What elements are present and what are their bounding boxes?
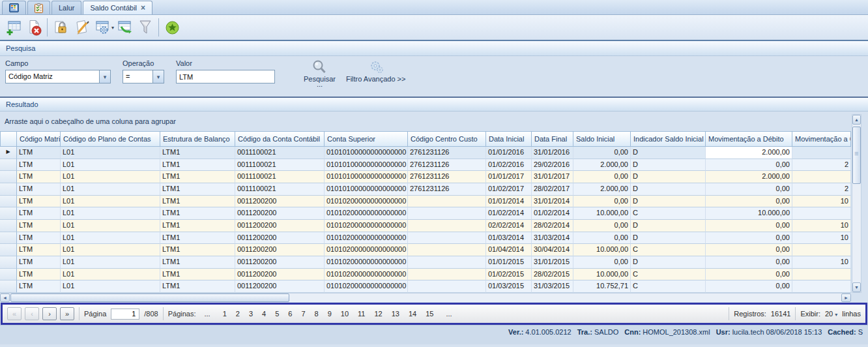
grid-cell[interactable]: 01/02/2015	[486, 269, 532, 281]
page-size-dropdown[interactable]: 20	[825, 310, 837, 318]
resultado-panel-header[interactable]: Resultado	[0, 97, 868, 112]
grid-cell[interactable]: 01010200000000000000	[325, 280, 408, 293]
grid-cell[interactable]: LTM	[17, 269, 61, 281]
grid-cell[interactable]: 31/03/2014	[532, 232, 573, 245]
table-row[interactable]: LTML01LTM1001120020001010200000000000000…	[0, 220, 851, 232]
page-link[interactable]: 15	[422, 310, 437, 318]
grid-cell[interactable]: 01/02/2017	[486, 183, 532, 196]
page-link[interactable]: 12	[370, 310, 386, 318]
grid-cell[interactable]: 28/02/2014	[532, 220, 573, 232]
table-row[interactable]: LTML01LTM1001120020001010200000000000000…	[0, 280, 851, 293]
page-link[interactable]: 2	[232, 310, 244, 318]
grid-cell[interactable]: 30/04/2014	[532, 244, 573, 256]
column-header[interactable]: Código Centro Custo	[408, 131, 486, 147]
filtro-avancado-button[interactable]: Filtro Avançado >>	[341, 58, 411, 97]
grid-cell[interactable]	[792, 171, 851, 183]
grid-cell[interactable]: 2761231126	[408, 183, 486, 196]
grid-cell[interactable]	[408, 220, 486, 232]
scroll-right-icon[interactable]: ►	[841, 294, 851, 302]
grid-cell[interactable]: LTM1	[160, 159, 235, 172]
table-row[interactable]: LTML01LTM1001120020001010200000000000000…	[0, 269, 851, 281]
column-header[interactable]: Indicador Saldo Inicial	[631, 131, 706, 147]
grid-cell[interactable]: L01	[61, 269, 160, 281]
grid-cell[interactable]: LTM1	[160, 256, 235, 269]
grid-cell[interactable]: 10.000,00	[573, 207, 631, 220]
grid-cell[interactable]: 0,00	[706, 256, 792, 269]
grid-cell[interactable]: 0011200200	[235, 220, 325, 232]
grid-cell[interactable]	[792, 269, 851, 281]
grid-cell[interactable]: L01	[61, 244, 160, 256]
grid-cell[interactable]: 0011200200	[235, 269, 325, 281]
grid-cell[interactable]: D	[631, 147, 706, 159]
tab-lalur[interactable]: Lalur	[51, 1, 81, 14]
grid-cell[interactable]: 01010200000000000000	[325, 244, 408, 256]
page-link[interactable]: 14	[405, 310, 420, 318]
grid-cell[interactable]: 0011100021	[235, 147, 325, 159]
grid-cell[interactable]: 0,00	[573, 196, 631, 208]
grid-cell[interactable]: LTM	[17, 171, 61, 183]
grid-cell[interactable]: 2	[792, 159, 851, 172]
grid-cell[interactable]: L01	[61, 220, 160, 232]
grid-cell[interactable]: 0,00	[706, 232, 792, 245]
grid-cell[interactable]: 01010200000000000000	[325, 256, 408, 269]
grid-cell[interactable]: LTM	[17, 147, 61, 159]
favorite-button[interactable]	[162, 17, 182, 38]
grid-cell[interactable]: 0011200200	[235, 207, 325, 220]
grid-cell[interactable]: 01/04/2014	[486, 244, 532, 256]
grid-cell[interactable]: 01010200000000000000	[325, 207, 408, 220]
grid-cell[interactable]: L01	[61, 256, 160, 269]
grid-cell[interactable]: LTM	[17, 207, 61, 220]
edit-button[interactable]	[71, 17, 92, 38]
grid-cell[interactable]: LTM	[17, 220, 61, 232]
grid-cell[interactable]: 2761231126	[408, 171, 486, 183]
page-link[interactable]: 3	[245, 310, 257, 318]
grid-cell[interactable]: D	[631, 196, 706, 208]
grid-cell[interactable]: D	[631, 220, 706, 232]
page-link[interactable]: 6	[284, 310, 296, 318]
grid-cell[interactable]: 01010100000000000000	[325, 147, 408, 159]
grid-cell[interactable]: 0011100021	[235, 171, 325, 183]
grid-cell[interactable]: 10	[792, 232, 851, 245]
grid-cell[interactable]: 01010200000000000000	[325, 232, 408, 245]
grid-cell[interactable]: LTM	[17, 244, 61, 256]
table-row[interactable]: LTML01LTM1001110002101010100000000000000…	[0, 183, 851, 196]
grid-cell[interactable]	[408, 196, 486, 208]
grid-cell[interactable]: LTM	[17, 196, 61, 208]
grid-cell[interactable]	[408, 269, 486, 281]
table-row[interactable]: LTML01LTM1001120020001010200000000000000…	[0, 232, 851, 245]
grid-cell[interactable]: 01/02/2014	[532, 207, 573, 220]
page-link[interactable]: 9	[324, 310, 336, 318]
grid-cell[interactable]: C	[631, 269, 706, 281]
tab-home[interactable]	[2, 1, 26, 14]
grid-cell[interactable]: 2	[792, 183, 851, 196]
pages-ellipsis-after[interactable]: ...	[442, 310, 456, 318]
grid-cell[interactable]	[792, 280, 851, 293]
grid-cell[interactable]: 0011200200	[235, 232, 325, 245]
column-header[interactable]: Código do Plano de Contas	[61, 131, 160, 147]
pages-ellipsis-before[interactable]: ...	[201, 310, 214, 318]
delete-record-button[interactable]	[23, 17, 44, 38]
next-page-button[interactable]: ›	[42, 307, 57, 320]
grid-cell[interactable]: 28/02/2017	[532, 183, 573, 196]
grid-cell[interactable]	[792, 207, 851, 220]
grid-cell[interactable]: 01010200000000000000	[325, 269, 408, 281]
grid-cell[interactable]: 2.000,00	[706, 171, 792, 183]
grid-cell[interactable]: 2.000,00	[573, 183, 631, 196]
grid-cell[interactable]: LTM	[17, 159, 61, 172]
chevron-down-icon[interactable]	[152, 70, 164, 83]
grid-cell[interactable]	[408, 280, 486, 293]
grid-cell[interactable]: 0,00	[573, 147, 631, 159]
last-page-button[interactable]: »	[60, 307, 74, 320]
grid-cell[interactable]: 01/01/2017	[486, 171, 532, 183]
table-row[interactable]: LTML01LTM1001110002101010100000000000000…	[0, 147, 851, 159]
grid-cell[interactable]: 01/02/2016	[486, 159, 532, 172]
grid-cell[interactable]: D	[631, 183, 706, 196]
column-header[interactable]: Data Final	[532, 131, 573, 147]
table-row[interactable]: LTML01LTM1001120020001010200000000000000…	[0, 244, 851, 256]
column-header[interactable]: Movimentação a Crédito	[792, 131, 851, 147]
grid-cell[interactable]: 0,00	[706, 244, 792, 256]
vertical-scroll-thumb[interactable]	[852, 127, 861, 184]
grid-cell[interactable]: 29/02/2016	[532, 159, 573, 172]
grid-cell[interactable]: 10	[792, 256, 851, 269]
grid-cell[interactable]: 0011200200	[235, 256, 325, 269]
